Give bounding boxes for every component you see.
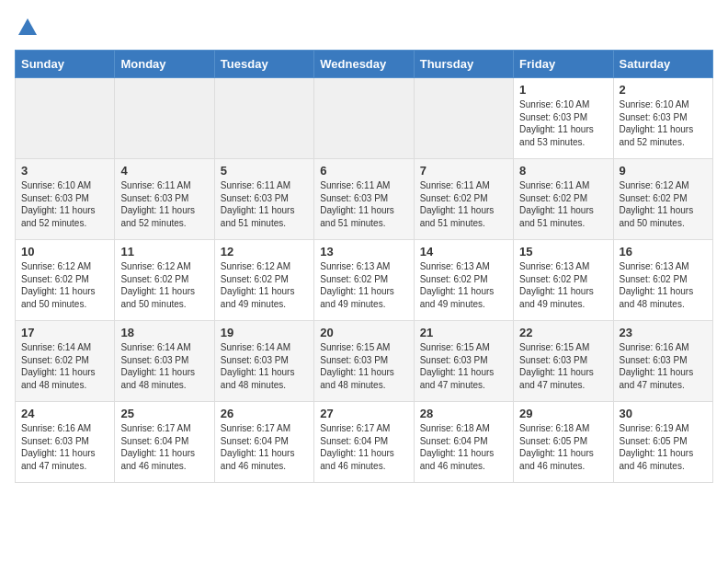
day-number: 9 bbox=[620, 164, 707, 178]
calendar-cell: 21Sunrise: 6:15 AM Sunset: 6:03 PM Dayli… bbox=[414, 321, 513, 402]
weekday-header: Thursday bbox=[414, 51, 513, 78]
calendar-cell bbox=[314, 78, 414, 159]
day-info: Sunrise: 6:10 AM Sunset: 6:03 PM Dayligh… bbox=[620, 98, 707, 148]
day-info: Sunrise: 6:13 AM Sunset: 6:02 PM Dayligh… bbox=[320, 260, 407, 310]
day-number: 26 bbox=[221, 407, 308, 420]
calendar-cell: 8Sunrise: 6:11 AM Sunset: 6:02 PM Daylig… bbox=[514, 159, 613, 240]
logo-icon bbox=[15, 15, 40, 40]
calendar-cell bbox=[214, 78, 313, 159]
day-info: Sunrise: 6:14 AM Sunset: 6:03 PM Dayligh… bbox=[120, 341, 208, 391]
day-info: Sunrise: 6:15 AM Sunset: 6:03 PM Dayligh… bbox=[420, 341, 507, 391]
calendar-cell: 6Sunrise: 6:11 AM Sunset: 6:03 PM Daylig… bbox=[314, 159, 414, 240]
day-info: Sunrise: 6:17 AM Sunset: 6:04 PM Dayligh… bbox=[221, 422, 308, 472]
day-number: 2 bbox=[620, 83, 707, 97]
day-info: Sunrise: 6:13 AM Sunset: 6:02 PM Dayligh… bbox=[620, 260, 707, 310]
calendar-cell bbox=[115, 78, 214, 159]
calendar-cell: 5Sunrise: 6:11 AM Sunset: 6:03 PM Daylig… bbox=[214, 159, 313, 240]
calendar-cell: 3Sunrise: 6:10 AM Sunset: 6:03 PM Daylig… bbox=[16, 159, 115, 240]
weekday-header: Sunday bbox=[16, 51, 115, 78]
calendar-cell: 24Sunrise: 6:16 AM Sunset: 6:03 PM Dayli… bbox=[16, 402, 115, 483]
day-info: Sunrise: 6:10 AM Sunset: 6:03 PM Dayligh… bbox=[21, 179, 108, 229]
day-info: Sunrise: 6:15 AM Sunset: 6:03 PM Dayligh… bbox=[519, 341, 607, 391]
calendar-cell: 30Sunrise: 6:19 AM Sunset: 6:05 PM Dayli… bbox=[613, 402, 712, 483]
calendar-week-row: 17Sunrise: 6:14 AM Sunset: 6:02 PM Dayli… bbox=[16, 321, 713, 402]
day-number: 8 bbox=[519, 164, 607, 178]
calendar-cell: 17Sunrise: 6:14 AM Sunset: 6:02 PM Dayli… bbox=[16, 321, 115, 402]
day-number: 21 bbox=[420, 326, 507, 339]
day-info: Sunrise: 6:16 AM Sunset: 6:03 PM Dayligh… bbox=[620, 341, 707, 391]
day-number: 7 bbox=[420, 164, 507, 178]
day-number: 13 bbox=[320, 245, 407, 259]
day-number: 29 bbox=[519, 407, 607, 420]
calendar-cell: 15Sunrise: 6:13 AM Sunset: 6:02 PM Dayli… bbox=[514, 240, 613, 321]
calendar-cell bbox=[16, 78, 115, 159]
day-number: 5 bbox=[221, 164, 308, 178]
day-info: Sunrise: 6:12 AM Sunset: 6:02 PM Dayligh… bbox=[21, 260, 108, 310]
calendar-cell: 16Sunrise: 6:13 AM Sunset: 6:02 PM Dayli… bbox=[613, 240, 712, 321]
day-info: Sunrise: 6:15 AM Sunset: 6:03 PM Dayligh… bbox=[320, 341, 407, 391]
day-info: Sunrise: 6:14 AM Sunset: 6:03 PM Dayligh… bbox=[221, 341, 308, 391]
calendar-cell: 13Sunrise: 6:13 AM Sunset: 6:02 PM Dayli… bbox=[314, 240, 414, 321]
day-number: 16 bbox=[620, 245, 707, 259]
calendar-week-row: 10Sunrise: 6:12 AM Sunset: 6:02 PM Dayli… bbox=[16, 240, 713, 321]
day-info: Sunrise: 6:11 AM Sunset: 6:03 PM Dayligh… bbox=[221, 179, 308, 229]
calendar-week-row: 1Sunrise: 6:10 AM Sunset: 6:03 PM Daylig… bbox=[16, 78, 713, 159]
calendar-table: SundayMondayTuesdayWednesdayThursdayFrid… bbox=[15, 50, 713, 483]
day-info: Sunrise: 6:12 AM Sunset: 6:02 PM Dayligh… bbox=[221, 260, 308, 310]
day-info: Sunrise: 6:18 AM Sunset: 6:05 PM Dayligh… bbox=[519, 422, 607, 472]
calendar-cell: 11Sunrise: 6:12 AM Sunset: 6:02 PM Dayli… bbox=[115, 240, 214, 321]
day-number: 14 bbox=[420, 245, 507, 259]
day-number: 20 bbox=[320, 326, 407, 339]
day-info: Sunrise: 6:16 AM Sunset: 6:03 PM Dayligh… bbox=[21, 422, 108, 472]
day-number: 18 bbox=[120, 326, 208, 339]
day-number: 12 bbox=[221, 245, 308, 259]
day-info: Sunrise: 6:11 AM Sunset: 6:02 PM Dayligh… bbox=[420, 179, 507, 229]
day-number: 3 bbox=[21, 164, 108, 178]
day-number: 28 bbox=[420, 407, 507, 420]
page-header bbox=[15, 15, 713, 40]
day-number: 4 bbox=[120, 164, 208, 178]
calendar-cell: 23Sunrise: 6:16 AM Sunset: 6:03 PM Dayli… bbox=[613, 321, 712, 402]
calendar-cell: 22Sunrise: 6:15 AM Sunset: 6:03 PM Dayli… bbox=[514, 321, 613, 402]
day-number: 1 bbox=[519, 83, 607, 97]
calendar-cell: 19Sunrise: 6:14 AM Sunset: 6:03 PM Dayli… bbox=[214, 321, 313, 402]
day-info: Sunrise: 6:14 AM Sunset: 6:02 PM Dayligh… bbox=[21, 341, 108, 391]
day-number: 10 bbox=[21, 245, 108, 259]
day-info: Sunrise: 6:12 AM Sunset: 6:02 PM Dayligh… bbox=[620, 179, 707, 229]
day-number: 27 bbox=[320, 407, 407, 420]
weekday-header: Wednesday bbox=[314, 51, 414, 78]
calendar-cell: 27Sunrise: 6:17 AM Sunset: 6:04 PM Dayli… bbox=[314, 402, 414, 483]
calendar-week-row: 3Sunrise: 6:10 AM Sunset: 6:03 PM Daylig… bbox=[16, 159, 713, 240]
calendar-cell: 28Sunrise: 6:18 AM Sunset: 6:04 PM Dayli… bbox=[414, 402, 513, 483]
calendar-cell: 20Sunrise: 6:15 AM Sunset: 6:03 PM Dayli… bbox=[314, 321, 414, 402]
calendar-cell: 2Sunrise: 6:10 AM Sunset: 6:03 PM Daylig… bbox=[613, 78, 712, 159]
day-number: 6 bbox=[320, 164, 407, 178]
calendar-cell: 12Sunrise: 6:12 AM Sunset: 6:02 PM Dayli… bbox=[214, 240, 313, 321]
calendar-cell: 29Sunrise: 6:18 AM Sunset: 6:05 PM Dayli… bbox=[514, 402, 613, 483]
calendar-cell bbox=[414, 78, 513, 159]
calendar-header-row: SundayMondayTuesdayWednesdayThursdayFrid… bbox=[16, 51, 713, 78]
calendar-cell: 14Sunrise: 6:13 AM Sunset: 6:02 PM Dayli… bbox=[414, 240, 513, 321]
day-number: 30 bbox=[620, 407, 707, 420]
day-number: 15 bbox=[519, 245, 607, 259]
weekday-header: Friday bbox=[514, 51, 613, 78]
weekday-header: Monday bbox=[115, 51, 214, 78]
calendar-cell: 9Sunrise: 6:12 AM Sunset: 6:02 PM Daylig… bbox=[613, 159, 712, 240]
day-info: Sunrise: 6:11 AM Sunset: 6:03 PM Dayligh… bbox=[320, 179, 407, 229]
day-number: 11 bbox=[120, 245, 208, 259]
day-info: Sunrise: 6:13 AM Sunset: 6:02 PM Dayligh… bbox=[420, 260, 507, 310]
day-number: 17 bbox=[21, 326, 108, 339]
day-info: Sunrise: 6:11 AM Sunset: 6:02 PM Dayligh… bbox=[519, 179, 607, 229]
day-info: Sunrise: 6:13 AM Sunset: 6:02 PM Dayligh… bbox=[519, 260, 607, 310]
calendar-cell: 7Sunrise: 6:11 AM Sunset: 6:02 PM Daylig… bbox=[414, 159, 513, 240]
calendar-cell: 26Sunrise: 6:17 AM Sunset: 6:04 PM Dayli… bbox=[214, 402, 313, 483]
day-number: 19 bbox=[221, 326, 308, 339]
day-number: 24 bbox=[21, 407, 108, 420]
calendar-cell: 10Sunrise: 6:12 AM Sunset: 6:02 PM Dayli… bbox=[16, 240, 115, 321]
day-info: Sunrise: 6:18 AM Sunset: 6:04 PM Dayligh… bbox=[420, 422, 507, 472]
day-number: 23 bbox=[620, 326, 707, 339]
day-info: Sunrise: 6:17 AM Sunset: 6:04 PM Dayligh… bbox=[320, 422, 407, 472]
day-info: Sunrise: 6:12 AM Sunset: 6:02 PM Dayligh… bbox=[120, 260, 208, 310]
calendar-cell: 25Sunrise: 6:17 AM Sunset: 6:04 PM Dayli… bbox=[115, 402, 214, 483]
day-info: Sunrise: 6:17 AM Sunset: 6:04 PM Dayligh… bbox=[120, 422, 208, 472]
